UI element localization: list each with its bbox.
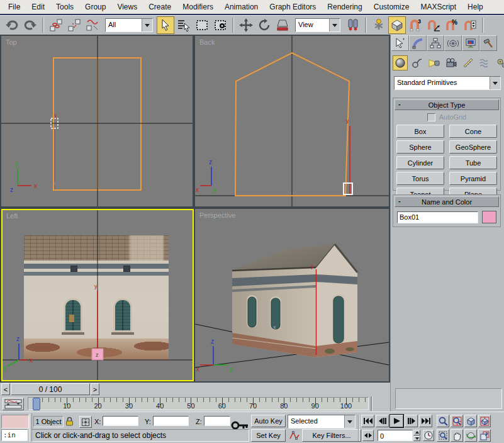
key-filters-button[interactable]: Key Filters... — [302, 429, 361, 442]
pan-hand-icon[interactable] — [451, 429, 463, 442]
primitive-button[interactable]: GeoSphere — [449, 140, 497, 154]
zoom-icon[interactable] — [437, 415, 449, 427]
tab-utilities[interactable] — [479, 35, 497, 51]
select-and-move-icon[interactable] — [237, 16, 255, 34]
primitive-button[interactable]: Box — [396, 125, 444, 138]
category-cameras[interactable] — [444, 55, 459, 70]
viewport-left-active[interactable]: y z z x y Left — [1, 209, 194, 381]
redo-icon[interactable] — [21, 16, 39, 34]
category-shapes[interactable] — [410, 55, 425, 70]
menu-item[interactable]: File — [3, 1, 26, 13]
x-coordinate-field[interactable] — [103, 416, 138, 426]
dropdown-arrow-icon[interactable] — [142, 19, 152, 31]
primitive-button[interactable]: Cylinder — [396, 156, 444, 169]
object-type-rollout-header[interactable]: - Object Type — [395, 99, 499, 110]
select-object-button[interactable] — [157, 16, 174, 34]
primitive-button[interactable]: Pyramid — [449, 172, 497, 185]
zoom-extents-icon[interactable] — [464, 415, 477, 427]
go-to-start-button[interactable] — [361, 415, 374, 427]
next-frame-button[interactable] — [405, 415, 418, 427]
collapse-icon[interactable]: - — [398, 100, 401, 108]
y-coordinate-field[interactable] — [153, 416, 189, 426]
time-configuration-icon[interactable] — [423, 430, 434, 441]
menu-item[interactable]: Animation — [219, 1, 264, 13]
tab-motion[interactable] — [444, 35, 462, 51]
next-frame-arrow[interactable]: > — [91, 383, 99, 395]
new-key-curve-icon[interactable] — [289, 430, 300, 441]
menu-item[interactable]: Graph Editors — [264, 1, 322, 13]
primitive-button[interactable]: Tube — [449, 156, 497, 169]
select-and-rotate-icon[interactable] — [255, 16, 273, 34]
zoom-extents-all-icon[interactable] — [478, 415, 491, 427]
select-and-scale-icon[interactable] — [274, 16, 291, 34]
open-mini-curve-editor-icon[interactable] — [3, 398, 24, 410]
tab-display[interactable] — [462, 35, 479, 51]
selection-lock-icon[interactable] — [64, 416, 74, 426]
selection-filter-dropdown[interactable]: All — [105, 18, 153, 32]
previous-frame-arrow[interactable]: < — [1, 383, 10, 395]
z-coordinate-field[interactable] — [204, 416, 230, 426]
menu-item[interactable]: Views — [111, 1, 143, 13]
category-lights[interactable] — [427, 55, 442, 70]
rectangular-selection-region-icon[interactable] — [193, 16, 211, 34]
menu-item[interactable]: MAXScript — [415, 1, 462, 13]
zoom-all-icon[interactable] — [451, 415, 463, 427]
dropdown-arrow-icon[interactable] — [344, 415, 355, 428]
object-color-swatch[interactable] — [482, 211, 496, 223]
menu-item[interactable]: Group — [79, 1, 111, 13]
min-max-toggle-icon[interactable] — [478, 429, 491, 442]
menu-item[interactable]: Create — [143, 1, 177, 13]
viewport-label[interactable]: Top — [6, 38, 17, 46]
absolute-mode-transform-icon[interactable] — [79, 416, 92, 428]
primitive-button[interactable]: Cone — [449, 125, 497, 138]
primitive-category-dropdown[interactable]: Standard Primitives — [394, 76, 501, 90]
category-geometry[interactable] — [393, 55, 408, 70]
autogrid-checkbox[interactable] — [427, 113, 435, 121]
snaps-toggle-cube-icon[interactable] — [388, 16, 406, 34]
frame-spinner[interactable] — [413, 430, 420, 441]
angle-snap-icon[interactable] — [425, 16, 442, 34]
menu-item[interactable]: Tools — [50, 1, 79, 13]
arc-rotate-icon[interactable] — [464, 429, 477, 442]
tab-hierarchy[interactable] — [427, 35, 444, 51]
category-helpers[interactable] — [461, 55, 476, 70]
select-and-link-icon[interactable] — [47, 16, 65, 34]
key-mode-toggle-icon[interactable] — [362, 430, 374, 441]
menu-item[interactable]: Modifiers — [177, 1, 219, 13]
time-slider-button[interactable]: 0 / 100 — [11, 383, 90, 395]
menu-item[interactable]: Rendering — [322, 1, 367, 13]
tab-modify[interactable] — [409, 35, 427, 51]
viewport-label[interactable]: Left — [6, 212, 18, 220]
tab-create[interactable] — [391, 35, 409, 51]
unlink-selection-icon[interactable] — [65, 16, 83, 34]
snap-3d-icon[interactable]: 3 — [406, 16, 424, 34]
collapse-icon[interactable]: - — [398, 197, 401, 205]
category-systems[interactable] — [495, 55, 504, 70]
select-by-name-icon[interactable] — [175, 16, 193, 34]
primitive-button[interactable]: Torus — [396, 172, 444, 185]
maxscript-mini-listener[interactable]: :in — [1, 429, 28, 441]
viewport-perspective[interactable]: y x z x y Perspective — [195, 209, 389, 381]
primitive-button[interactable]: Sphere — [396, 140, 444, 154]
bind-to-space-warp-icon[interactable] — [84, 16, 101, 34]
macro-recorder-pane[interactable] — [1, 415, 29, 429]
menu-item[interactable]: Edit — [26, 1, 50, 13]
window-crossing-icon[interactable] — [211, 16, 229, 34]
viewport-top[interactable]: y x y x z Top — [1, 36, 193, 206]
viewport-label[interactable]: Perspective — [199, 211, 235, 219]
current-frame-field[interactable] — [378, 430, 413, 441]
dropdown-arrow-icon[interactable] — [490, 77, 500, 89]
undo-icon[interactable] — [3, 16, 21, 34]
menu-item[interactable]: Customize — [368, 1, 415, 13]
dropdown-arrow-icon[interactable] — [329, 19, 340, 31]
reference-coordinate-system-dropdown[interactable]: View — [295, 18, 340, 32]
use-pivot-point-center-icon[interactable] — [344, 16, 362, 34]
play-animation-button[interactable] — [390, 415, 403, 427]
track-bar-frame-handle[interactable] — [33, 398, 40, 410]
spinner-snap-icon[interactable] — [461, 16, 479, 34]
go-to-end-button[interactable] — [419, 415, 432, 427]
menu-item[interactable]: Help — [462, 1, 489, 13]
viewport-label[interactable]: Back — [199, 38, 215, 46]
region-zoom-icon[interactable] — [437, 429, 449, 442]
selection-set-dropdown[interactable]: Selected — [288, 415, 356, 429]
